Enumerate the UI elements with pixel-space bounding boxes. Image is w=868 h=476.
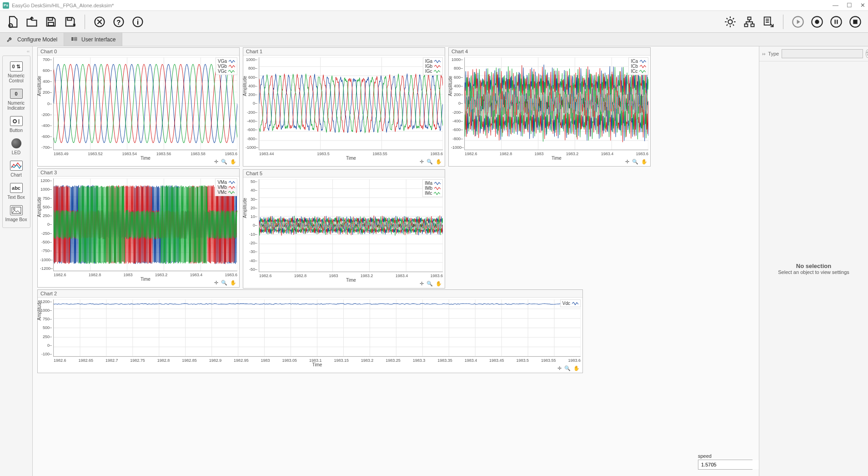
svg-point-18 — [831, 16, 841, 27]
chart-widget[interactable]: Chart 4 ICaICbICc 1000–800–600–400–200–0… — [448, 47, 651, 167]
open-file-button[interactable] — [24, 14, 40, 30]
chart-widget[interactable]: Chart 2 Vdc 1200–1000–750–500–250–0–-100… — [37, 289, 583, 373]
no-selection-title: No selection — [796, 263, 831, 269]
chart-pan-icon[interactable]: ✋ — [641, 159, 647, 165]
help-icon[interactable]: ? — [866, 50, 868, 58]
info-button[interactable]: i — [130, 14, 146, 30]
chart-pan-icon[interactable]: ✋ — [436, 281, 442, 287]
svg-point-10 — [728, 20, 732, 24]
chart-cursor-icon[interactable]: ✛ — [557, 365, 562, 371]
svg-rect-13 — [751, 24, 754, 26]
x-axis-label: Time — [346, 156, 356, 161]
x-axis-label: Time — [140, 277, 151, 282]
plot-area[interactable]: 1200–1000–750–500–250–0–-250–-500–-750–-… — [53, 178, 237, 271]
tab-bar: Configure Model User Interface — [0, 33, 868, 46]
svg-rect-3 — [48, 22, 54, 25]
y-axis-ticks: 1000–800–600–400–200–0–-200–-400–-600–-8… — [451, 57, 463, 150]
palette-label: Chart — [10, 172, 21, 177]
palette-numeric-indicator[interactable]: 0 Numeric Indicator — [5, 86, 28, 113]
close-icon[interactable]: ✕ — [860, 2, 865, 9]
chart-widget[interactable]: Chart 5 IMaIMbIMc 50–40–30–20–10–0–-10–-… — [243, 169, 445, 289]
y-axis-ticks: 1200–1000–750–500–250–0–-250–-500–-750–-… — [40, 178, 52, 271]
chart-zoom-icon[interactable]: 🔍 — [221, 280, 227, 286]
svg-rect-26 — [75, 39, 77, 41]
chart-pan-icon[interactable]: ✋ — [436, 159, 442, 165]
chart-pan-icon[interactable]: ✋ — [230, 280, 236, 286]
chart-cursor-icon[interactable]: ✛ — [214, 159, 218, 165]
type-field[interactable] — [782, 49, 863, 58]
help-button[interactable]: ? — [110, 14, 127, 30]
chart-title: Chart 5 — [243, 170, 445, 177]
tools-button[interactable] — [91, 14, 108, 30]
chart-cursor-icon[interactable]: ✛ — [214, 280, 218, 286]
save-as-button[interactable] — [62, 14, 78, 30]
stop-button[interactable] — [847, 14, 863, 30]
design-canvas[interactable]: speed ▲▼ Chart 0 VGaVGbVGc 700–600–400–2… — [33, 46, 759, 476]
palette-collapse-icon[interactable]: ‹‹ — [0, 49, 32, 54]
speed-input[interactable] — [698, 460, 759, 469]
chart-legend: Vdc — [560, 299, 581, 307]
chart-zoom-icon[interactable]: 🔍 — [221, 159, 227, 165]
y-axis-ticks: 50–40–30–20–10–0–-10–-20–-30–-40–-50– — [246, 179, 257, 272]
svg-rect-23 — [71, 37, 74, 39]
save-button[interactable] — [43, 14, 59, 30]
titlebar: Ps EasyGo DeskSim/HIL_FPGA_Alone.desksim… — [0, 0, 868, 11]
record-button[interactable] — [809, 14, 825, 30]
svg-rect-22 — [853, 20, 857, 24]
svg-text:+: + — [10, 24, 12, 28]
svg-rect-2 — [48, 17, 52, 20]
chart-zoom-icon[interactable]: 🔍 — [632, 159, 638, 165]
svg-text:i: i — [137, 18, 139, 25]
tab-configure-model[interactable]: Configure Model — [0, 33, 64, 46]
chart-widget[interactable]: Chart 3 VMaVMbVMc 1200–1000–750–500–250–… — [37, 168, 240, 288]
properties-panel: ›› Type ? No selection Select an object … — [759, 46, 868, 476]
chart-zoom-icon[interactable]: 🔍 — [564, 365, 571, 371]
chart-cursor-icon[interactable]: ✛ — [625, 159, 629, 165]
palette-numeric-control[interactable]: 0 ⇅ Numeric Control — [5, 59, 28, 86]
y-axis-ticks: 700–600–400–200–0–-200–-400–-600–-700– — [40, 57, 52, 150]
export-button[interactable] — [760, 14, 777, 30]
minimize-icon[interactable]: — — [833, 2, 838, 9]
chart-widget[interactable]: Chart 1 IGaIGbIGc 1000–800–600–400–200–0… — [243, 47, 445, 167]
svg-point-28 — [13, 208, 15, 210]
new-file-button[interactable]: + — [5, 14, 21, 30]
network-button[interactable] — [741, 14, 758, 30]
tab-user-interface[interactable]: User Interface — [64, 33, 122, 46]
speed-spinner[interactable]: ▲▼ — [698, 460, 753, 470]
palette-led[interactable]: LED — [5, 136, 28, 158]
app-icon: Ps — [3, 2, 9, 9]
svg-point-17 — [815, 20, 819, 24]
chart-pan-icon[interactable]: ✋ — [230, 159, 236, 165]
palette-chart[interactable]: Chart — [5, 158, 28, 180]
y-axis-label: Amplitude — [37, 300, 42, 320]
svg-rect-19 — [835, 20, 836, 24]
chart-widget[interactable]: Chart 0 VGaVGbVGc 700–600–400–200–0–-200… — [37, 47, 240, 167]
chart-zoom-icon[interactable]: 🔍 — [426, 159, 433, 165]
chart-cursor-icon[interactable]: ✛ — [420, 159, 424, 165]
chart-title: Chart 1 — [243, 48, 445, 56]
plot-area[interactable]: 700–600–400–200–0–-200–-400–-600–-700– 1… — [53, 57, 237, 150]
collapse-icon[interactable]: ›› — [762, 51, 765, 56]
chart-pan-icon[interactable]: ✋ — [573, 365, 580, 371]
plot-area[interactable]: 1000–800–600–400–200–0–-200–-400–-600–-8… — [464, 57, 648, 150]
y-axis-label: Amplitude — [242, 197, 247, 218]
type-label: Type — [768, 51, 779, 56]
run-button[interactable] — [790, 14, 806, 30]
chart-legend: IGaIGbIGc — [423, 57, 443, 75]
svg-rect-20 — [837, 20, 838, 24]
palette-image-box[interactable]: Image Box — [5, 203, 28, 225]
palette-text-box[interactable]: abc Text Box — [5, 180, 28, 203]
chart-title: Chart 4 — [449, 48, 650, 56]
plot-area[interactable]: 1200–1000–750–500–250–0–-100– 1982.61982… — [53, 299, 581, 357]
palette-button[interactable]: | Button — [5, 113, 28, 136]
settings-button[interactable] — [722, 14, 738, 30]
palette-label: LED — [12, 150, 20, 155]
plot-area[interactable]: 1000–800–600–400–200–0–-200–-400–-600–-8… — [259, 57, 443, 150]
chart-zoom-icon[interactable]: 🔍 — [426, 281, 433, 287]
pause-button[interactable] — [828, 14, 844, 30]
chart-cursor-icon[interactable]: ✛ — [420, 281, 424, 287]
palette-label: Button — [10, 128, 23, 133]
wrench-icon — [6, 36, 14, 43]
maximize-icon[interactable]: ☐ — [847, 2, 852, 9]
plot-area[interactable]: 50–40–30–20–10–0–-10–-20–-30–-40–-50– 19… — [259, 179, 443, 272]
